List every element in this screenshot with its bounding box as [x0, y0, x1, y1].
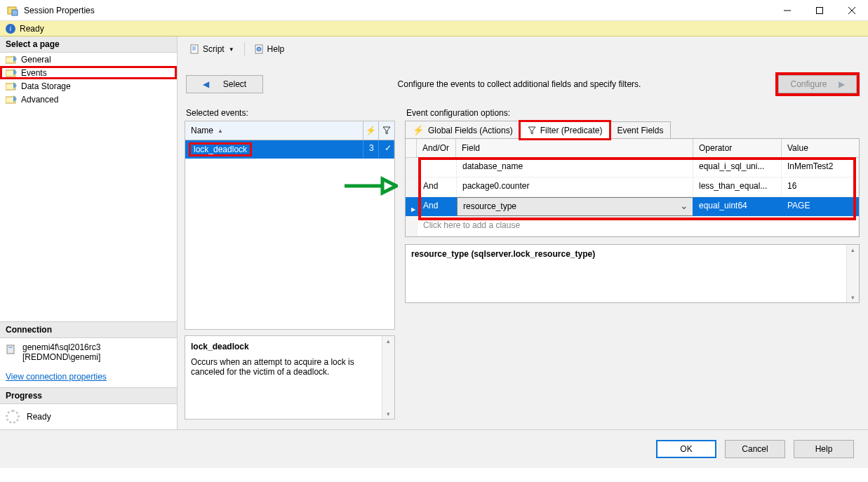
scroll-down-icon: ▾	[851, 293, 855, 302]
connection-user: [REDMOND\genemi]	[22, 352, 100, 362]
titlebar: Session Properties	[0, 0, 868, 21]
field-cell[interactable]: package0.counter	[457, 178, 693, 196]
tab-label: Event Fields	[617, 126, 663, 135]
cancel-button[interactable]: Cancel	[725, 440, 785, 458]
configure-button-label: Configure	[790, 79, 827, 89]
left-pane: Select a page General Events Data Storag…	[0, 36, 178, 429]
page-general[interactable]: General	[0, 53, 177, 66]
script-label: Script	[203, 44, 225, 54]
event-filter-flag: ✓	[379, 140, 394, 159]
col-name[interactable]: Name ▲	[185, 121, 363, 140]
scroll-up-icon: ▴	[387, 336, 390, 346]
field-type-text: resource_type (sqlserver.lock_resource_t…	[406, 245, 846, 302]
window-title: Session Properties	[24, 6, 95, 15]
field-cell[interactable]: database_name	[457, 158, 693, 177]
page-data-storage[interactable]: Data Storage	[0, 79, 177, 93]
cancel-label: Cancel	[742, 444, 768, 454]
value-cell[interactable]: PAGE	[782, 197, 859, 216]
page-label: Data Storage	[21, 81, 71, 91]
svg-marker-20	[382, 179, 396, 193]
ok-button[interactable]: OK	[656, 440, 716, 458]
andor-cell[interactable]	[418, 158, 457, 177]
page-icon	[6, 82, 17, 91]
predicate-row[interactable]: And package0.counter less_than_equal... …	[406, 178, 859, 197]
add-clause-hint: Click here to add a clause	[418, 217, 859, 236]
mid-row: ◀ Select Configure the events to collect…	[185, 63, 860, 105]
script-icon	[190, 44, 200, 54]
bolt-icon: ⚡	[366, 126, 376, 135]
col-value[interactable]: Value	[782, 139, 859, 157]
value-cell[interactable]: 16	[782, 178, 859, 196]
toolbar-separator	[244, 42, 245, 56]
right-pane: Script ▼ ? Help ◀ Select Configure the e…	[178, 36, 868, 429]
ok-label: OK	[680, 444, 692, 454]
script-button[interactable]: Script ▼	[186, 43, 239, 55]
app-icon	[7, 5, 18, 16]
value-cell[interactable]: InMemTest2	[782, 158, 859, 177]
field-cell-dropdown[interactable]: resource_type	[457, 197, 693, 216]
toolbar: Script ▼ ? Help	[185, 39, 860, 59]
tab-event-fields[interactable]: Event Fields	[609, 121, 671, 139]
col-actions[interactable]: ⚡	[363, 121, 379, 140]
arrow-left-icon: ◀	[203, 79, 209, 89]
event-config-panel: Event configuration options: ⚡ Global Fi…	[405, 105, 860, 420]
operator-cell[interactable]: less_than_equal...	[693, 178, 782, 196]
help-button[interactable]: ? Help	[251, 43, 289, 55]
svg-rect-12	[191, 45, 198, 53]
help-label: Help	[815, 444, 833, 454]
event-desc-body: Occurs when an attempt to acquire a lock…	[191, 357, 376, 377]
close-button[interactable]	[836, 0, 868, 21]
info-icon: i	[6, 24, 15, 34]
selected-events-label: Selected events:	[186, 108, 395, 118]
andor-cell[interactable]: And	[418, 197, 457, 216]
col-andor[interactable]: And/Or	[417, 139, 456, 157]
tab-global-fields[interactable]: ⚡ Global Fields (Actions)	[405, 121, 521, 139]
svg-rect-11	[8, 347, 13, 348]
predicate-header: And/Or Field Operator Value	[406, 139, 859, 158]
select-button[interactable]: ◀ Select	[186, 75, 263, 93]
predicate-row-selected[interactable]: And resource_type equal_uint64 PAGE	[406, 197, 859, 217]
dialog-footer: OK Cancel Help	[0, 429, 868, 468]
predicate-body: database_name equal_i_sql_uni... InMemTe…	[406, 158, 859, 236]
view-connection-properties-link[interactable]: View connection properties	[0, 366, 177, 387]
minimize-button[interactable]	[771, 0, 803, 21]
col-filter[interactable]	[379, 121, 394, 140]
scrollbar[interactable]: ▴▾	[382, 336, 394, 419]
selected-events-panel: Selected events: Name ▲ ⚡	[185, 105, 395, 420]
maximize-button[interactable]	[803, 0, 836, 21]
select-button-label: Select	[223, 79, 246, 89]
mid-description: Configure the events to collect addition…	[273, 79, 766, 89]
scroll-down-icon: ▾	[387, 409, 390, 419]
event-row[interactable]: lock_deadlock 3 ✓	[185, 140, 394, 159]
bolt-icon: ⚡	[413, 125, 424, 135]
page-icon	[6, 55, 17, 64]
help-button[interactable]: Help	[794, 440, 854, 458]
event-description-box: lock_deadlock Occurs when an attempt to …	[185, 335, 395, 420]
page-advanced[interactable]: Advanced	[0, 93, 177, 106]
scrollbar[interactable]: ▴▾	[846, 245, 859, 302]
funnel-icon	[382, 126, 391, 135]
connection-header: Connection	[0, 321, 177, 338]
col-field[interactable]: Field	[456, 139, 693, 157]
select-page-header: Select a page	[0, 36, 177, 53]
add-clause-row[interactable]: Click here to add a clause	[406, 217, 859, 236]
page-label: General	[21, 55, 51, 65]
annotation-arrow	[342, 175, 398, 196]
andor-cell[interactable]: And	[418, 178, 457, 196]
operator-cell[interactable]: equal_i_sql_uni...	[693, 158, 782, 177]
server-icon	[6, 344, 17, 355]
col-operator[interactable]: Operator	[693, 139, 782, 157]
page-events[interactable]: Events	[0, 66, 177, 79]
operator-cell[interactable]: equal_uint64	[693, 197, 782, 216]
svg-rect-3	[817, 7, 823, 13]
configure-button[interactable]: Configure ▶	[778, 75, 857, 93]
event-name: lock_deadlock	[194, 145, 247, 154]
predicate-row[interactable]: database_name equal_i_sql_uni... InMemTe…	[406, 158, 859, 178]
selected-events-grid: Name ▲ ⚡	[185, 121, 395, 330]
progress-spinner-icon	[6, 410, 20, 424]
funnel-icon	[528, 126, 536, 135]
configure-highlight: Configure ▶	[775, 72, 860, 96]
grid-header: Name ▲ ⚡	[185, 121, 394, 140]
tab-filter-predicate[interactable]: Filter (Predicate)	[520, 121, 610, 139]
page-label: Events	[21, 68, 47, 78]
